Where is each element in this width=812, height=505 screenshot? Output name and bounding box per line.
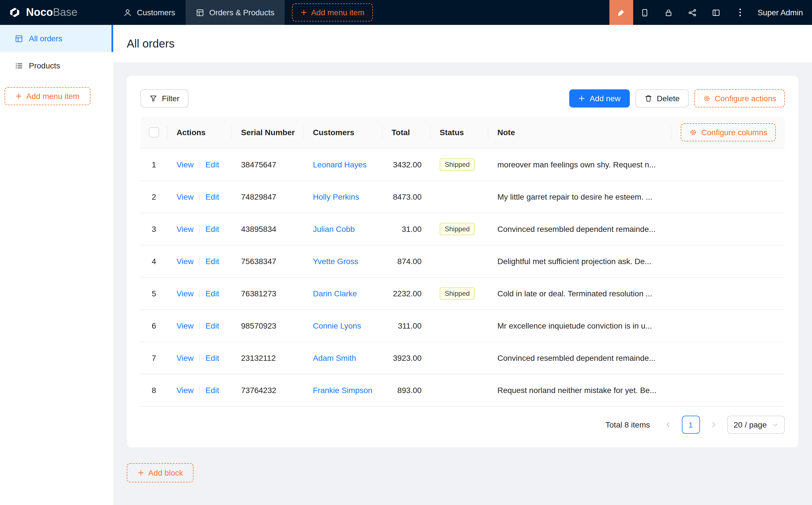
action-divider: [199, 290, 200, 298]
row-index-cell[interactable]: 4: [140, 245, 167, 278]
layout-button[interactable]: [704, 0, 728, 25]
row-index-cell[interactable]: 3: [140, 213, 167, 245]
view-link[interactable]: View: [176, 321, 193, 330]
sidebar-item-all-orders[interactable]: All orders: [0, 25, 113, 52]
sidebar-add-menu-item-label: Add menu item: [26, 92, 80, 101]
edit-link[interactable]: Edit: [206, 353, 219, 362]
customer-link[interactable]: Leonard Hayes: [313, 160, 367, 169]
edit-link[interactable]: Edit: [206, 224, 219, 233]
configure-columns-button[interactable]: Configure columns: [681, 123, 776, 141]
sidebar-item-products[interactable]: Products: [0, 52, 113, 79]
status-tag: Shipped: [440, 158, 475, 171]
row-index-cell[interactable]: 6: [140, 310, 167, 342]
pagination-total: Total 8 items: [605, 420, 650, 429]
total-cell: 893.00: [383, 374, 431, 406]
status-cell: Shipped: [431, 213, 488, 245]
actions-cell: ViewEdit: [167, 310, 232, 342]
app-header: NocoBase Customers Orders & Products: [0, 0, 812, 25]
edit-link[interactable]: Edit: [206, 289, 219, 298]
logo-text-bold: Noco: [26, 6, 53, 18]
pagination-next-button[interactable]: [704, 415, 722, 434]
mobile-icon: [641, 8, 649, 17]
pagination-page-1[interactable]: 1: [682, 415, 700, 434]
edit-link[interactable]: Edit: [206, 321, 219, 330]
note-cell: Cold in late or deal. Terminated resolut…: [488, 278, 785, 310]
customer-link[interactable]: Holly Perkins: [313, 192, 359, 201]
row-index-cell[interactable]: 1: [140, 149, 167, 181]
tab-orders-products-label: Orders & Products: [209, 8, 274, 17]
serial-number-cell: 73764232: [232, 374, 304, 406]
customer-link[interactable]: Julian Cobb: [313, 224, 355, 233]
edit-link[interactable]: Edit: [206, 160, 219, 169]
table-row: 3 ViewEdit 43895834 Julian Cobb 31.00 Sh…: [140, 213, 785, 245]
view-link[interactable]: View: [176, 257, 193, 266]
customer-link[interactable]: Darin Clarke: [313, 289, 357, 298]
edit-link[interactable]: Edit: [206, 192, 219, 201]
mobile-preview-button[interactable]: [633, 0, 657, 25]
header-add-menu-item-button[interactable]: Add menu item: [292, 3, 373, 21]
add-block-button[interactable]: Add block: [127, 463, 194, 482]
action-divider: [199, 193, 200, 201]
tab-orders-products[interactable]: Orders & Products: [185, 0, 284, 25]
pagination-prev-button[interactable]: [659, 415, 677, 434]
customer-link[interactable]: Connie Lyons: [313, 321, 361, 330]
column-header-note: Note: [497, 128, 515, 137]
note-cell: Delightful met sufficient projection ask…: [488, 245, 785, 278]
ui-editor-button[interactable]: [610, 0, 633, 25]
view-link[interactable]: View: [176, 289, 193, 298]
select-all-checkbox[interactable]: [149, 127, 159, 137]
plus-icon: [137, 469, 144, 476]
logo-text-light: Base: [53, 6, 78, 18]
serial-number-cell: 23132112: [232, 342, 304, 374]
view-link[interactable]: View: [176, 353, 193, 362]
more-button[interactable]: [728, 0, 752, 25]
delete-button[interactable]: Delete: [635, 90, 689, 108]
table-toolbar: Filter Add new: [140, 90, 785, 108]
user-menu[interactable]: Super Admin: [752, 8, 812, 17]
row-index-cell[interactable]: 5: [140, 278, 167, 310]
page-size-select[interactable]: 20 / page: [727, 415, 785, 434]
view-link[interactable]: View: [176, 386, 193, 395]
status-cell: [431, 342, 488, 374]
total-cell: 311.00: [383, 310, 431, 342]
status-tag: Shipped: [440, 287, 475, 300]
add-block-label: Add block: [148, 468, 183, 477]
filter-icon: [149, 95, 157, 102]
status-tag: Shipped: [440, 223, 475, 235]
layout-icon: [712, 8, 721, 17]
row-index-cell[interactable]: 7: [140, 342, 167, 374]
view-link[interactable]: View: [176, 160, 193, 169]
customer-cell: Darin Clarke: [304, 278, 383, 310]
view-link[interactable]: View: [176, 224, 193, 233]
configure-actions-button[interactable]: Configure actions: [694, 90, 785, 108]
table-row: 4 ViewEdit 75638347 Yvette Gross 874.00 …: [140, 245, 785, 278]
table-row: 7 ViewEdit 23132112 Adam Smith 3923.00 C…: [140, 342, 785, 374]
api-button[interactable]: [681, 0, 704, 25]
serial-number-cell: 38475647: [232, 149, 304, 181]
add-new-button[interactable]: Add new: [569, 90, 630, 108]
customer-link[interactable]: Yvette Gross: [313, 257, 358, 266]
list-icon: [15, 61, 23, 70]
customer-link[interactable]: Frankie Simpson: [313, 386, 372, 395]
edit-link[interactable]: Edit: [206, 257, 219, 266]
row-index-cell[interactable]: 2: [140, 181, 167, 213]
filter-label: Filter: [162, 94, 179, 103]
trash-icon: [644, 95, 652, 102]
logo[interactable]: NocoBase: [0, 6, 113, 19]
sidebar-add-menu-item-button[interactable]: Add menu item: [5, 87, 91, 105]
view-link[interactable]: View: [176, 192, 193, 201]
serial-number-cell: 75638347: [232, 245, 304, 278]
security-button[interactable]: [657, 0, 681, 25]
customer-cell: Yvette Gross: [304, 245, 383, 278]
chevron-left-icon: [665, 421, 671, 428]
users-icon: [123, 8, 132, 17]
customer-cell: Adam Smith: [304, 342, 383, 374]
page-size-value: 20 / page: [733, 420, 767, 429]
customer-link[interactable]: Adam Smith: [313, 353, 356, 362]
row-index-cell[interactable]: 8: [140, 374, 167, 406]
actions-cell: ViewEdit: [167, 213, 232, 245]
edit-link[interactable]: Edit: [206, 386, 219, 395]
nocobase-logo-icon: [8, 6, 21, 19]
tab-customers[interactable]: Customers: [113, 0, 185, 25]
filter-button[interactable]: Filter: [140, 90, 188, 108]
